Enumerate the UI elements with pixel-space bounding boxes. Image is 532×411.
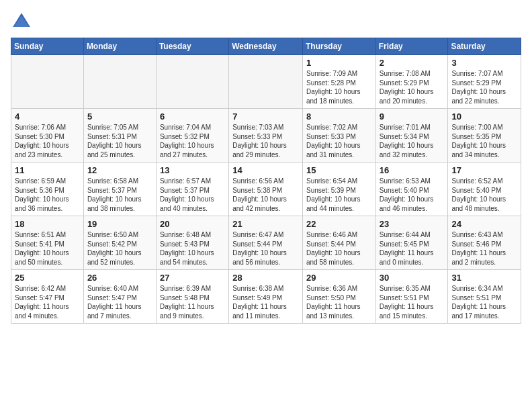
day-info: Sunrise: 6:42 AM Sunset: 5:47 PM Dayligh… xyxy=(15,284,80,320)
day-info: Sunrise: 6:57 AM Sunset: 5:37 PM Dayligh… xyxy=(160,177,225,213)
day-number: 15 xyxy=(306,165,372,175)
day-cell-27: 27Sunrise: 6:39 AM Sunset: 5:48 PM Dayli… xyxy=(156,270,228,324)
day-cell-5: 5Sunrise: 7:05 AM Sunset: 5:31 PM Daylig… xyxy=(83,109,156,163)
week-row-1: 1Sunrise: 7:09 AM Sunset: 5:28 PM Daylig… xyxy=(11,55,521,109)
weekday-header-tuesday: Tuesday xyxy=(156,38,228,55)
empty-cell xyxy=(229,55,303,109)
day-number: 6 xyxy=(160,111,225,122)
day-cell-6: 6Sunrise: 7:04 AM Sunset: 5:32 PM Daylig… xyxy=(156,109,228,163)
day-info: Sunrise: 7:08 AM Sunset: 5:29 PM Dayligh… xyxy=(380,69,445,105)
day-info: Sunrise: 7:02 AM Sunset: 5:33 PM Dayligh… xyxy=(306,123,372,159)
day-number: 23 xyxy=(380,219,445,229)
day-number: 2 xyxy=(380,58,445,68)
day-number: 13 xyxy=(160,165,225,175)
day-number: 22 xyxy=(306,219,372,229)
day-number: 11 xyxy=(15,165,80,175)
day-cell-2: 2Sunrise: 7:08 AM Sunset: 5:29 PM Daylig… xyxy=(375,55,448,109)
day-info: Sunrise: 7:09 AM Sunset: 5:28 PM Dayligh… xyxy=(306,69,372,105)
day-number: 8 xyxy=(306,111,372,122)
day-number: 7 xyxy=(232,111,299,122)
day-info: Sunrise: 7:04 AM Sunset: 5:32 PM Dayligh… xyxy=(160,123,225,159)
day-cell-18: 18Sunrise: 6:51 AM Sunset: 5:41 PM Dayli… xyxy=(11,216,84,270)
day-number: 21 xyxy=(232,219,299,229)
weekday-header-friday: Friday xyxy=(375,38,448,55)
logo xyxy=(11,11,35,32)
day-cell-12: 12Sunrise: 6:58 AM Sunset: 5:37 PM Dayli… xyxy=(83,163,156,216)
day-cell-21: 21Sunrise: 6:47 AM Sunset: 5:44 PM Dayli… xyxy=(229,216,303,270)
day-number: 25 xyxy=(15,273,80,283)
day-number: 12 xyxy=(87,165,152,175)
day-cell-28: 28Sunrise: 6:38 AM Sunset: 5:49 PM Dayli… xyxy=(229,270,303,324)
day-info: Sunrise: 6:36 AM Sunset: 5:50 PM Dayligh… xyxy=(306,284,372,320)
day-info: Sunrise: 7:01 AM Sunset: 5:34 PM Dayligh… xyxy=(380,123,445,159)
day-cell-20: 20Sunrise: 6:48 AM Sunset: 5:43 PM Dayli… xyxy=(156,216,228,270)
empty-cell xyxy=(11,55,84,109)
day-info: Sunrise: 7:00 AM Sunset: 5:35 PM Dayligh… xyxy=(451,123,517,159)
day-cell-9: 9Sunrise: 7:01 AM Sunset: 5:34 PM Daylig… xyxy=(375,109,448,163)
day-info: Sunrise: 6:56 AM Sunset: 5:38 PM Dayligh… xyxy=(232,177,299,213)
day-cell-8: 8Sunrise: 7:02 AM Sunset: 5:33 PM Daylig… xyxy=(302,109,375,163)
day-info: Sunrise: 6:43 AM Sunset: 5:46 PM Dayligh… xyxy=(451,230,517,267)
day-info: Sunrise: 6:58 AM Sunset: 5:37 PM Dayligh… xyxy=(87,177,152,213)
day-number: 9 xyxy=(380,111,445,122)
calendar-table: SundayMondayTuesdayWednesdayThursdayFrid… xyxy=(11,38,521,324)
day-number: 24 xyxy=(451,219,517,229)
day-number: 5 xyxy=(87,111,152,122)
day-number: 29 xyxy=(306,273,372,283)
week-row-4: 18Sunrise: 6:51 AM Sunset: 5:41 PM Dayli… xyxy=(11,216,521,270)
day-info: Sunrise: 6:52 AM Sunset: 5:40 PM Dayligh… xyxy=(451,177,517,213)
day-cell-10: 10Sunrise: 7:00 AM Sunset: 5:35 PM Dayli… xyxy=(448,109,521,163)
day-cell-16: 16Sunrise: 6:53 AM Sunset: 5:40 PM Dayli… xyxy=(375,163,448,216)
day-number: 10 xyxy=(451,111,517,122)
day-info: Sunrise: 6:59 AM Sunset: 5:36 PM Dayligh… xyxy=(15,177,80,213)
day-number: 14 xyxy=(232,165,299,175)
weekday-header-row: SundayMondayTuesdayWednesdayThursdayFrid… xyxy=(11,38,521,55)
day-info: Sunrise: 6:53 AM Sunset: 5:40 PM Dayligh… xyxy=(380,177,445,213)
day-cell-31: 31Sunrise: 6:34 AM Sunset: 5:51 PM Dayli… xyxy=(448,270,521,324)
empty-cell xyxy=(83,55,156,109)
day-info: Sunrise: 6:40 AM Sunset: 5:47 PM Dayligh… xyxy=(87,284,152,320)
day-info: Sunrise: 6:46 AM Sunset: 5:44 PM Dayligh… xyxy=(306,230,372,267)
day-info: Sunrise: 6:44 AM Sunset: 5:45 PM Dayligh… xyxy=(380,230,445,267)
weekday-header-wednesday: Wednesday xyxy=(229,38,303,55)
weekday-header-saturday: Saturday xyxy=(448,38,521,55)
day-cell-14: 14Sunrise: 6:56 AM Sunset: 5:38 PM Dayli… xyxy=(229,163,303,216)
day-number: 28 xyxy=(232,273,299,283)
day-info: Sunrise: 7:03 AM Sunset: 5:33 PM Dayligh… xyxy=(232,123,299,159)
day-number: 16 xyxy=(380,165,445,175)
empty-cell xyxy=(156,55,228,109)
day-info: Sunrise: 6:48 AM Sunset: 5:43 PM Dayligh… xyxy=(160,230,225,267)
weekday-header-monday: Monday xyxy=(83,38,156,55)
day-cell-23: 23Sunrise: 6:44 AM Sunset: 5:45 PM Dayli… xyxy=(375,216,448,270)
weekday-header-thursday: Thursday xyxy=(302,38,375,55)
day-cell-11: 11Sunrise: 6:59 AM Sunset: 5:36 PM Dayli… xyxy=(11,163,84,216)
day-cell-15: 15Sunrise: 6:54 AM Sunset: 5:39 PM Dayli… xyxy=(302,163,375,216)
day-cell-1: 1Sunrise: 7:09 AM Sunset: 5:28 PM Daylig… xyxy=(302,55,375,109)
day-cell-19: 19Sunrise: 6:50 AM Sunset: 5:42 PM Dayli… xyxy=(83,216,156,270)
day-cell-13: 13Sunrise: 6:57 AM Sunset: 5:37 PM Dayli… xyxy=(156,163,228,216)
day-cell-25: 25Sunrise: 6:42 AM Sunset: 5:47 PM Dayli… xyxy=(11,270,84,324)
day-number: 1 xyxy=(306,58,372,68)
day-info: Sunrise: 6:38 AM Sunset: 5:49 PM Dayligh… xyxy=(232,284,299,320)
day-info: Sunrise: 6:54 AM Sunset: 5:39 PM Dayligh… xyxy=(306,177,372,213)
logo-icon xyxy=(11,11,32,32)
week-row-5: 25Sunrise: 6:42 AM Sunset: 5:47 PM Dayli… xyxy=(11,270,521,324)
day-number: 3 xyxy=(451,58,517,68)
day-info: Sunrise: 6:50 AM Sunset: 5:42 PM Dayligh… xyxy=(87,230,152,267)
day-info: Sunrise: 6:39 AM Sunset: 5:48 PM Dayligh… xyxy=(160,284,225,320)
day-cell-24: 24Sunrise: 6:43 AM Sunset: 5:46 PM Dayli… xyxy=(448,216,521,270)
day-info: Sunrise: 6:51 AM Sunset: 5:41 PM Dayligh… xyxy=(15,230,80,267)
day-info: Sunrise: 7:05 AM Sunset: 5:31 PM Dayligh… xyxy=(87,123,152,159)
day-number: 20 xyxy=(160,219,225,229)
day-number: 26 xyxy=(87,273,152,283)
day-number: 30 xyxy=(380,273,445,283)
day-cell-7: 7Sunrise: 7:03 AM Sunset: 5:33 PM Daylig… xyxy=(229,109,303,163)
weekday-header-sunday: Sunday xyxy=(11,38,84,55)
day-cell-30: 30Sunrise: 6:35 AM Sunset: 5:51 PM Dayli… xyxy=(375,270,448,324)
day-info: Sunrise: 7:06 AM Sunset: 5:30 PM Dayligh… xyxy=(15,123,80,159)
day-cell-29: 29Sunrise: 6:36 AM Sunset: 5:50 PM Dayli… xyxy=(302,270,375,324)
day-cell-4: 4Sunrise: 7:06 AM Sunset: 5:30 PM Daylig… xyxy=(11,109,84,163)
day-cell-3: 3Sunrise: 7:07 AM Sunset: 5:29 PM Daylig… xyxy=(448,55,521,109)
day-number: 4 xyxy=(15,111,80,122)
day-info: Sunrise: 6:34 AM Sunset: 5:51 PM Dayligh… xyxy=(451,284,517,320)
